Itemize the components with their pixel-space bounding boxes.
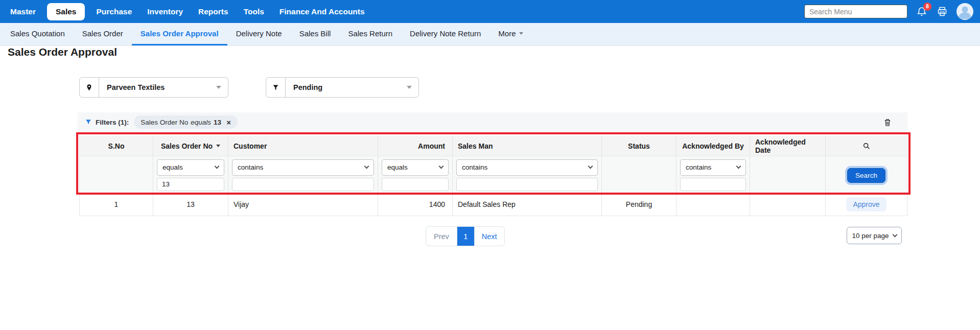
filter-cell-acknowledged-date bbox=[750, 156, 826, 193]
filter-chip[interactable]: Sales Order No equals 13 × bbox=[134, 115, 238, 129]
filter-operator-select-acknowledged-by[interactable]: contains bbox=[680, 159, 746, 176]
filter-operator-select-sales-order-no[interactable]: equals bbox=[157, 159, 224, 176]
filter-input-customer[interactable] bbox=[232, 178, 374, 191]
nav-item-purchase[interactable]: Purchase bbox=[88, 0, 139, 23]
top-nav: Master Sales Purchase Inventory Reports … bbox=[0, 0, 980, 23]
per-page-value: 10 per page bbox=[852, 232, 889, 240]
location-pin-icon bbox=[80, 78, 99, 97]
sales-order-approval-table: S.No Sales Order No Customer Amount Sale… bbox=[79, 136, 907, 216]
page-title: Sales Order Approval bbox=[8, 46, 117, 58]
column-header-sales-order-no-label: Sales Order No bbox=[161, 142, 213, 150]
cell-amount: 1400 bbox=[378, 193, 453, 216]
chevron-down-icon bbox=[892, 232, 897, 237]
filter-funnel-icon bbox=[85, 119, 92, 126]
filter-cell-sales-order-no: equals bbox=[153, 156, 228, 193]
filter-operator-value: contains bbox=[462, 163, 487, 171]
chevron-down-icon bbox=[364, 164, 369, 169]
column-header-acknowledged-by: Acknowledged By bbox=[676, 136, 750, 156]
approve-link[interactable]: Approve bbox=[846, 197, 886, 211]
filter-operator-select-amount[interactable]: equals bbox=[382, 159, 449, 176]
filter-input-sales-man[interactable] bbox=[456, 178, 598, 191]
nav-item-inventory[interactable]: Inventory bbox=[139, 0, 191, 23]
table-filter-row: equals contains equals bbox=[79, 156, 907, 193]
cell-sno: 1 bbox=[79, 193, 153, 216]
user-avatar[interactable] bbox=[956, 3, 973, 20]
filter-operator-value: contains bbox=[238, 163, 263, 171]
pagination: Prev 1 Next bbox=[426, 226, 505, 246]
nav-item-reports[interactable]: Reports bbox=[191, 0, 236, 23]
chevron-down-icon bbox=[215, 164, 220, 169]
cell-customer: Vijay bbox=[228, 193, 378, 216]
tab-sales-return[interactable]: Sales Return bbox=[339, 23, 401, 45]
chevron-down-icon bbox=[407, 78, 418, 97]
nav-item-tools[interactable]: Tools bbox=[236, 0, 272, 23]
status-dropdown-value: Pending bbox=[286, 78, 407, 97]
sales-subnav: Sales Quotation Sales Order Sales Order … bbox=[0, 23, 980, 46]
cell-sales-man: Default Sales Rep bbox=[453, 193, 602, 216]
pagination-next-button[interactable]: Next bbox=[474, 227, 504, 246]
filter-input-sales-order-no[interactable] bbox=[157, 178, 224, 191]
clear-filters-button[interactable] bbox=[883, 117, 892, 127]
filter-cell-search: Search bbox=[826, 156, 907, 193]
column-header-acknowledged-date: Acknowledged Date bbox=[750, 136, 826, 156]
nav-item-master[interactable]: Master bbox=[3, 0, 43, 23]
filter-cell-status bbox=[602, 156, 676, 193]
trash-icon bbox=[883, 117, 892, 127]
sort-caret-icon bbox=[216, 145, 220, 147]
chevron-down-icon bbox=[736, 164, 741, 169]
cell-action: Approve bbox=[826, 193, 907, 216]
status-dropdown[interactable]: Pending bbox=[266, 77, 419, 98]
filter-funnel-icon bbox=[266, 78, 286, 97]
company-dropdown-value: Parveen Textiles bbox=[99, 78, 216, 97]
cell-sales-order-no: 13 bbox=[153, 193, 228, 216]
tab-sales-quotation[interactable]: Sales Quotation bbox=[2, 23, 74, 45]
chevron-down-icon bbox=[216, 78, 228, 97]
nav-right-group: 8 bbox=[804, 3, 980, 20]
sales-order-approval-screen: Master Sales Purchase Inventory Reports … bbox=[0, 0, 980, 330]
column-header-search bbox=[826, 136, 907, 156]
table-header-row: S.No Sales Order No Customer Amount Sale… bbox=[79, 136, 907, 156]
cell-status: Pending bbox=[602, 193, 676, 216]
filter-cell-sales-man: contains bbox=[453, 156, 602, 193]
chevron-down-icon bbox=[439, 164, 444, 169]
filter-input-acknowledged-by[interactable] bbox=[680, 178, 746, 191]
filter-input-amount[interactable] bbox=[382, 178, 449, 191]
filter-cell-customer: contains bbox=[228, 156, 378, 193]
tab-more-label: More bbox=[498, 29, 516, 38]
search-menu-input[interactable] bbox=[804, 5, 907, 18]
chevron-down-icon bbox=[588, 164, 593, 169]
cell-acknowledged-by bbox=[676, 193, 750, 216]
filter-cell-amount: equals bbox=[378, 156, 453, 193]
filter-chip-close-icon[interactable]: × bbox=[226, 119, 231, 126]
nav-item-finance-and-accounts[interactable]: Finance And Accounts bbox=[272, 0, 372, 23]
filter-chip-value: 13 bbox=[214, 119, 221, 126]
nav-item-sales[interactable]: Sales bbox=[47, 3, 85, 20]
per-page-select[interactable]: 10 per page bbox=[847, 227, 902, 244]
notification-count-badge: 8 bbox=[923, 3, 931, 11]
search-button[interactable]: Search bbox=[847, 168, 885, 183]
search-icon bbox=[862, 142, 871, 150]
filter-operator-select-sales-man[interactable]: contains bbox=[456, 159, 598, 176]
person-icon bbox=[956, 3, 973, 20]
tab-delivery-note-return[interactable]: Delivery Note Return bbox=[401, 23, 489, 45]
tab-more[interactable]: More bbox=[489, 23, 531, 45]
filter-operator-value: equals bbox=[387, 163, 408, 171]
tab-sales-order[interactable]: Sales Order bbox=[74, 23, 132, 45]
tab-sales-order-approval[interactable]: Sales Order Approval bbox=[132, 23, 227, 45]
pagination-current-page[interactable]: 1 bbox=[457, 227, 474, 246]
column-header-sales-order-no[interactable]: Sales Order No bbox=[153, 136, 228, 156]
notification-bell-icon[interactable]: 8 bbox=[916, 5, 928, 18]
chevron-down-icon bbox=[519, 32, 523, 35]
printer-icon[interactable] bbox=[936, 6, 948, 18]
tab-sales-bill[interactable]: Sales Bill bbox=[291, 23, 340, 45]
column-header-status: Status bbox=[602, 136, 676, 156]
company-dropdown[interactable]: Parveen Textiles bbox=[79, 77, 228, 98]
column-header-sno: S.No bbox=[79, 136, 153, 156]
filters-bar: Filters (1): Sales Order No equals 13 × bbox=[78, 112, 907, 132]
filter-chip-field: Sales Order No bbox=[141, 119, 188, 126]
filter-operator-select-customer[interactable]: contains bbox=[232, 159, 374, 176]
pagination-prev-button[interactable]: Prev bbox=[426, 227, 457, 246]
filter-cell-acknowledged-by: contains bbox=[676, 156, 750, 193]
filter-operator-value: contains bbox=[686, 163, 711, 171]
tab-delivery-note[interactable]: Delivery Note bbox=[227, 23, 291, 45]
